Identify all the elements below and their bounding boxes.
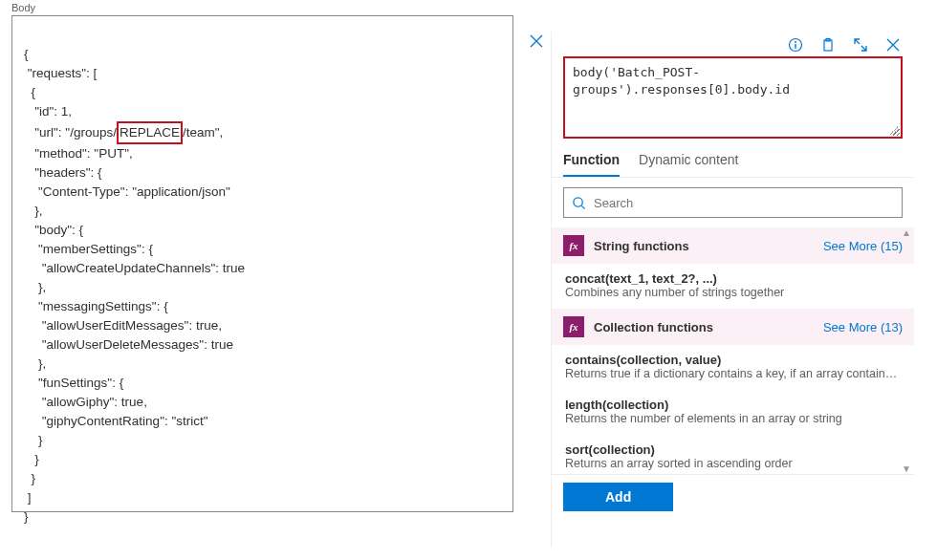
code-line: } (24, 452, 39, 466)
expression-text: body('Batch_POST-groups').responses[0].b… (573, 65, 790, 97)
body-label: Body (11, 2, 513, 13)
see-more-link[interactable]: See More (15) (823, 239, 903, 253)
code-line: "allowUserDeleteMessages": true (24, 337, 233, 352)
svg-point-1 (795, 41, 796, 43)
category-label: String functions (594, 239, 689, 253)
svg-rect-3 (824, 40, 832, 51)
see-more-link[interactable]: See More (13) (823, 320, 903, 334)
function-signature: concat(text_1, text_2?, ...) (565, 271, 901, 286)
function-list[interactable]: ▲ fx String functions See More (15) conc… (552, 227, 914, 474)
code-line: "body": { (24, 223, 83, 237)
expression-input[interactable]: body('Batch_POST-groups').responses[0].b… (563, 56, 903, 139)
expression-panel: body('Batch_POST-groups').responses[0].b… (551, 32, 914, 548)
function-item-contains[interactable]: contains(collection, value) Returns true… (552, 345, 914, 390)
function-description: Returns an array sorted in ascending ord… (565, 457, 901, 470)
function-description: Returns the number of elements in an arr… (565, 412, 901, 425)
close-icon[interactable] (885, 37, 901, 53)
code-line: }, (24, 356, 46, 371)
category-string-functions[interactable]: fx String functions See More (15) (552, 227, 914, 264)
replace-token: REPLACE (117, 121, 183, 144)
scrollbar-down-icon[interactable]: ▼ (902, 463, 911, 474)
code-line: "allowCreateUpdateChannels": true (24, 261, 245, 275)
code-line: }, (24, 204, 43, 218)
body-textarea[interactable]: { "requests": [ { "id": 1, "url": "/grou… (11, 15, 513, 512)
code-line: ] (24, 490, 32, 505)
add-button[interactable]: Add (563, 483, 673, 511)
tab-dynamic-content[interactable]: Dynamic content (639, 152, 738, 177)
expand-icon[interactable] (853, 37, 868, 53)
clipboard-icon[interactable] (820, 37, 836, 53)
code-line: "memberSettings": { (24, 242, 153, 256)
code-line: "requests": [ (24, 66, 97, 80)
category-collection-functions[interactable]: fx Collection functions See More (13) (552, 309, 914, 345)
search-input[interactable] (594, 196, 894, 210)
info-icon[interactable] (788, 37, 803, 53)
code-line: }, (24, 280, 46, 294)
code-line: "allowGiphy": true, (24, 395, 147, 409)
code-line: "id": 1, (24, 104, 72, 118)
tabs: Function Dynamic content (552, 139, 914, 178)
code-line: /team", (183, 125, 223, 140)
code-line: "giphyContentRating": "strict" (24, 414, 208, 428)
search-box[interactable] (563, 187, 903, 218)
svg-point-5 (574, 197, 582, 205)
search-icon (572, 196, 586, 210)
code-line: "allowUserEditMessages": true, (24, 318, 222, 333)
code-line: "headers": { (24, 165, 102, 180)
code-line: "Content-Type": "application/json" (24, 184, 230, 199)
function-signature: contains(collection, value) (565, 353, 901, 367)
fx-icon: fx (563, 316, 584, 337)
fx-icon: fx (563, 235, 584, 256)
code-line: "url": "/groups/ (24, 125, 117, 140)
svg-rect-2 (795, 44, 795, 49)
code-line: } (24, 471, 35, 485)
code-line: } (24, 509, 29, 524)
category-label: Collection functions (594, 320, 713, 334)
code-line: } (24, 433, 43, 447)
function-signature: sort(collection) (565, 442, 901, 457)
resize-handle-icon[interactable] (889, 125, 899, 135)
code-line: { (24, 47, 29, 61)
tab-function[interactable]: Function (563, 152, 620, 177)
function-signature: length(collection) (565, 398, 901, 412)
scrollbar-up-icon[interactable]: ▲ (902, 227, 911, 238)
code-line: "method": "PUT", (24, 146, 133, 161)
function-item-sort[interactable]: sort(collection) Returns an array sorted… (552, 435, 914, 474)
function-item-length[interactable]: length(collection) Returns the number of… (552, 390, 914, 435)
code-line: "messagingSettings": { (24, 299, 168, 313)
function-item-concat[interactable]: concat(text_1, text_2?, ...) Combines an… (552, 264, 914, 309)
close-panel-icon[interactable] (530, 34, 543, 48)
function-description: Combines any number of strings together (565, 286, 901, 299)
code-line: "funSettings": { (24, 376, 123, 390)
code-line: { (24, 85, 35, 99)
function-description: Returns true if a dictionary contains a … (565, 367, 901, 380)
